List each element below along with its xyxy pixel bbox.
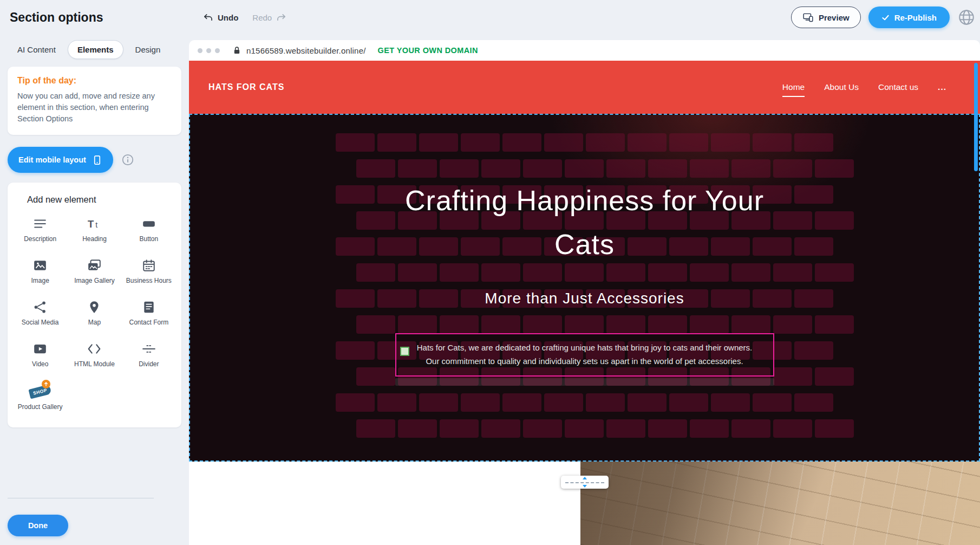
element-tile-image-gallery[interactable]: Image Gallery <box>67 258 121 285</box>
edit-mobile-layout-button[interactable]: Edit mobile layout <box>8 147 113 173</box>
code-icon <box>87 342 101 356</box>
phone-icon <box>92 155 102 165</box>
sidebar: AI Content Elements Design Tip of the da… <box>0 35 189 545</box>
devices-icon <box>802 12 814 23</box>
section-resize-handle[interactable] <box>561 476 609 489</box>
site-logo: HATS FOR CATS <box>208 82 284 92</box>
site-header: HATS FOR CATS Home About Us Contact us .… <box>189 61 980 114</box>
window-controls <box>198 48 220 53</box>
tab-elements[interactable]: Elements <box>68 40 123 59</box>
element-tile-button[interactable]: Button <box>122 217 176 243</box>
nav-more-menu[interactable]: ... <box>938 82 946 92</box>
element-tile-heading[interactable]: Tt Heading <box>67 217 121 243</box>
history-controls: Undo Redo <box>203 0 286 35</box>
element-grid: Description Tt Heading Button Image Imag… <box>13 217 176 411</box>
next-section-blank <box>189 462 580 545</box>
republish-label: Re-Publish <box>894 13 937 22</box>
redo-icon <box>276 14 286 22</box>
info-icon <box>122 154 134 166</box>
element-tile-contact-form[interactable]: Contact Form <box>122 300 176 327</box>
button-icon <box>142 217 156 231</box>
nav-item-home[interactable]: Home <box>782 82 805 92</box>
browser-chrome: n1566589.websitebuilder.online/ GET YOUR… <box>189 40 980 61</box>
hero-section-selected[interactable]: Crafting Happiness for Your Cats More th… <box>189 114 980 462</box>
tip-card: Tip of the day: Now you can add, move an… <box>8 67 181 135</box>
get-domain-link[interactable]: GET YOUR OWN DOMAIN <box>378 46 478 55</box>
element-tile-divider[interactable]: Divider <box>122 342 176 368</box>
element-tile-social-media[interactable]: Social Media <box>13 300 67 327</box>
element-tile-map[interactable]: Map <box>67 300 121 327</box>
redo-button[interactable]: Redo <box>252 13 286 22</box>
check-icon <box>881 14 890 22</box>
social-media-icon <box>33 300 47 314</box>
heading-icon: Tt <box>87 217 101 231</box>
undo-icon <box>203 14 213 22</box>
sidebar-divider <box>8 498 154 498</box>
map-pin-icon <box>87 300 101 314</box>
resize-arrows-icon <box>581 476 589 488</box>
globe-icon <box>957 8 976 27</box>
done-button[interactable]: Done <box>8 515 68 536</box>
image-icon <box>33 258 47 272</box>
topbar-actions: Preview Re-Publish <box>791 0 976 35</box>
hero-subheading[interactable]: More than Just Accessories <box>485 290 684 307</box>
hero-heading[interactable]: Crafting Happiness for Your Cats <box>401 179 769 266</box>
contact-form-icon <box>142 300 156 314</box>
window-dot <box>206 48 211 53</box>
add-element-title: Add new element <box>13 194 176 205</box>
next-section <box>189 462 980 545</box>
lock-icon <box>233 46 241 55</box>
svg-text:T: T <box>88 218 95 230</box>
preview-label: Preview <box>819 13 850 22</box>
element-select-handle[interactable] <box>400 347 409 356</box>
image-gallery-icon <box>87 258 101 272</box>
hero-content: Crafting Happiness for Your Cats More th… <box>190 115 979 460</box>
window-dot <box>215 48 220 53</box>
info-button[interactable] <box>122 154 134 166</box>
hero-paragraph: Hats for Cats, we are dedicated to craft… <box>409 341 760 368</box>
drag-ghost <box>395 378 774 386</box>
pavement-photo <box>580 462 980 545</box>
mobile-layout-row: Edit mobile layout <box>8 147 181 173</box>
page-title: Section options <box>10 10 103 25</box>
app-root: Section options Undo Redo Preview Re-Pub… <box>0 0 980 545</box>
scrollbar-thumb[interactable] <box>974 63 978 171</box>
element-tile-business-hours[interactable]: Business Hours <box>122 258 176 285</box>
element-tile-video[interactable]: Video <box>13 342 67 368</box>
element-tile-html-module[interactable]: HTML Module <box>67 342 121 368</box>
tab-ai-content[interactable]: AI Content <box>8 40 66 59</box>
business-hours-icon <box>142 258 156 272</box>
window-dot <box>198 48 202 53</box>
tip-title: Tip of the day: <box>17 76 172 86</box>
description-icon <box>33 217 47 231</box>
site-preview: HATS FOR CATS Home About Us Contact us .… <box>189 61 980 545</box>
site-nav: Home About Us Contact us ... <box>782 82 961 92</box>
tip-body: Now you can add, move and resize any ele… <box>17 90 172 125</box>
element-tile-description[interactable]: Description <box>13 217 67 243</box>
video-icon <box>33 342 47 356</box>
builder-canvas: n1566589.websitebuilder.online/ GET YOUR… <box>189 40 980 545</box>
add-element-card: Add new element Description Tt Heading B… <box>8 183 181 427</box>
language-globe-button[interactable] <box>957 8 976 27</box>
product-gallery-icon: SHOP <box>29 384 51 399</box>
tab-design[interactable]: Design <box>126 40 171 59</box>
undo-label: Undo <box>218 13 238 22</box>
edit-mobile-layout-label: Edit mobile layout <box>18 155 86 164</box>
site-url: n1566589.websitebuilder.online/ <box>246 46 366 55</box>
nav-item-about-us[interactable]: About Us <box>824 82 859 92</box>
undo-button[interactable]: Undo <box>203 13 238 22</box>
selected-text-element[interactable]: Hats for Cats, we are dedicated to craft… <box>395 333 774 377</box>
republish-button[interactable]: Re-Publish <box>868 7 950 28</box>
redo-label: Redo <box>252 13 272 22</box>
element-tile-product-gallery[interactable]: SHOP Product Gallery <box>13 384 67 411</box>
sidebar-tabs: AI Content Elements Design <box>0 35 189 62</box>
divider-icon <box>142 342 156 356</box>
topbar: Section options Undo Redo Preview Re-Pub… <box>0 0 980 35</box>
svg-text:t: t <box>96 220 98 229</box>
preview-button[interactable]: Preview <box>791 7 861 28</box>
nav-item-contact-us[interactable]: Contact us <box>878 82 918 92</box>
element-tile-image[interactable]: Image <box>13 258 67 285</box>
